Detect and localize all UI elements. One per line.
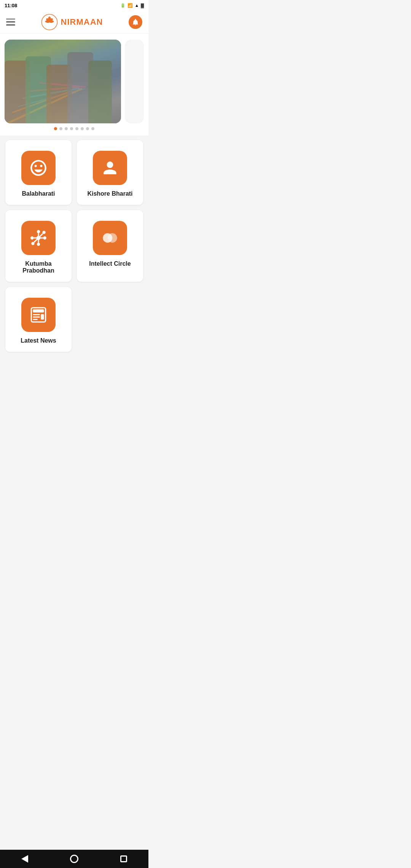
app-title: NIRMAAN (61, 17, 103, 27)
newspaper-icon (29, 305, 48, 324)
carousel-dot-2[interactable] (65, 127, 68, 130)
balabharati-icon-box (21, 151, 56, 185)
menu-card-latest-news[interactable]: Latest News (5, 287, 72, 352)
svg-point-22 (108, 233, 117, 243)
kutumba-prabodhan-icon-box (21, 221, 56, 255)
status-time: 11:08 (5, 3, 17, 8)
intellect-circle-label: Intellect Circle (89, 260, 131, 267)
app-logo (41, 14, 58, 30)
notification-button[interactable] (129, 15, 142, 29)
carousel-slide-next[interactable] (125, 40, 144, 123)
menu-card-balabharati[interactable]: Balabharati (5, 140, 72, 205)
carousel-dot-4[interactable] (75, 127, 78, 130)
battery-warn-icon: 🔋 (120, 3, 126, 8)
menu-grid: Balabharati Kishore Bharati (0, 136, 148, 356)
svg-point-12 (30, 236, 33, 239)
svg-rect-25 (33, 314, 40, 315)
intellect-circle-icon-box (93, 221, 127, 255)
svg-point-14 (31, 242, 34, 245)
carousel-dot-5[interactable] (81, 127, 84, 130)
menu-card-kutumba-prabodhan[interactable]: Kutumba Prabodhan (5, 210, 72, 282)
menu-card-intellect-circle[interactable]: Intellect Circle (77, 210, 143, 282)
svg-line-19 (38, 234, 43, 238)
latest-news-label: Latest News (21, 337, 56, 344)
carousel-dots (5, 123, 144, 132)
kutumba-prabodhan-label: Kutumba Prabodhan (11, 260, 65, 274)
carousel-dot-7[interactable] (91, 127, 94, 130)
network-icon (29, 228, 48, 247)
svg-point-11 (37, 243, 40, 246)
carousel-dot-1[interactable] (59, 127, 62, 130)
carousel-dot-3[interactable] (70, 127, 73, 130)
status-bar: 11:08 🔋 📶 ▲ ▓ (0, 0, 148, 11)
carousel-container (0, 34, 148, 136)
svg-point-9 (37, 230, 40, 233)
svg-point-13 (42, 231, 45, 234)
balabharati-label: Balabharati (22, 190, 55, 197)
carousel-slide-main[interactable] (5, 40, 121, 123)
signal-icon: 📶 (127, 3, 133, 8)
person-icon (100, 158, 119, 177)
svg-rect-26 (33, 316, 40, 318)
latest-news-icon-box (21, 298, 56, 332)
carousel-dot-6[interactable] (86, 127, 89, 130)
svg-rect-28 (41, 314, 44, 320)
kishore-bharati-label: Kishore Bharati (87, 190, 132, 197)
svg-rect-24 (33, 309, 44, 312)
carousel-image (5, 40, 121, 123)
carousel-dot-0[interactable] (54, 127, 57, 130)
menu-button[interactable] (6, 19, 15, 26)
face-smile-icon (29, 158, 48, 177)
wifi-icon: ▲ (135, 3, 139, 8)
menu-card-kishore-bharati[interactable]: Kishore Bharati (77, 140, 143, 205)
svg-line-20 (34, 238, 38, 242)
svg-point-7 (31, 161, 46, 175)
bell-icon (132, 18, 139, 26)
circles-icon (100, 228, 119, 247)
battery-icon: ▓ (141, 3, 144, 8)
header: NIRMAAN (0, 11, 148, 34)
status-icons: 🔋 📶 ▲ ▓ (120, 3, 144, 8)
kishore-bharati-icon-box (93, 151, 127, 185)
svg-point-10 (43, 236, 46, 239)
svg-rect-27 (33, 319, 38, 320)
logo-container: NIRMAAN (41, 14, 103, 30)
